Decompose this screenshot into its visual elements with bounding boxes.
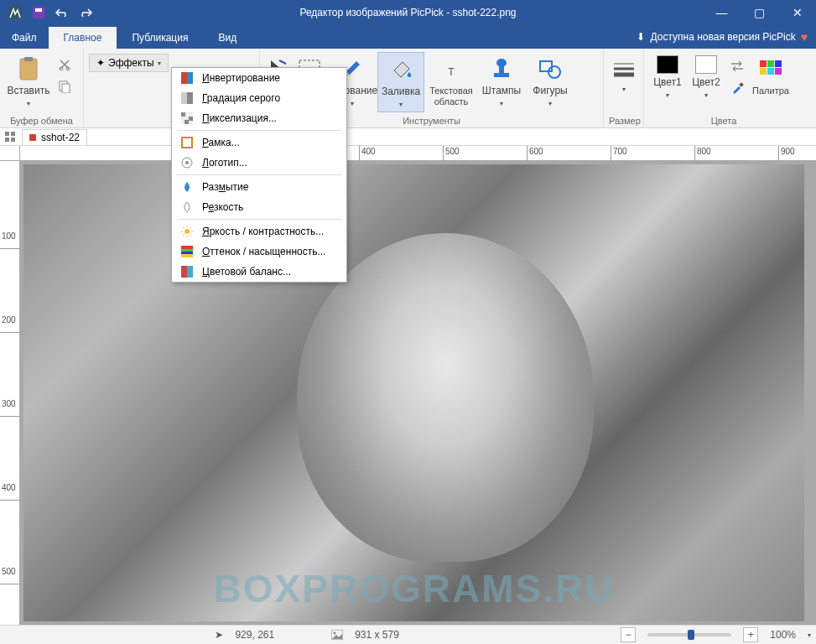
group-colors: Цвет1▾ Цвет2▾ Палитра Цвета	[644, 49, 803, 127]
color2-button[interactable]: Цвет2▾	[688, 52, 725, 102]
line-width-icon	[611, 55, 637, 82]
blur-icon	[180, 180, 194, 194]
shapes-tool[interactable]: Фигуры▾	[527, 52, 574, 111]
invert-label: Инвертирование	[202, 72, 280, 84]
minimize-button[interactable]: —	[703, 0, 741, 25]
update-link[interactable]: ⬇ Доступна новая версия PicPick ♥	[628, 25, 816, 49]
svg-rect-48	[775, 60, 782, 67]
svg-line-27	[183, 235, 185, 236]
cut-icon[interactable]	[55, 55, 74, 74]
paste-label: Вставить	[8, 85, 50, 96]
group-image: ✦ Эффекты ▾ Инвертирование Градация серо…	[84, 49, 260, 127]
svg-line-25	[183, 227, 185, 229]
svg-rect-47	[767, 60, 774, 67]
group-clipboard-label: Буфер обмена	[5, 114, 78, 126]
logo-label: Логотип...	[202, 157, 247, 169]
effects-label: Эффекты	[108, 57, 154, 69]
fill-tool[interactable]: Заливка▾	[377, 52, 424, 112]
stamps-tool[interactable]: Штампы▾	[478, 52, 525, 111]
svg-rect-54	[5, 138, 9, 142]
effect-brightness[interactable]: Яркость / контрастность...	[172, 221, 346, 242]
effects-button[interactable]: ✦ Эффекты ▾	[89, 54, 169, 72]
svg-rect-37	[494, 73, 509, 77]
copy-icon[interactable]	[55, 77, 74, 96]
svg-rect-29	[181, 246, 193, 249]
undo-icon[interactable]	[52, 3, 72, 23]
frame-icon	[180, 136, 194, 149]
effect-logo[interactable]: Логотип...	[172, 153, 346, 173]
svg-rect-15	[189, 117, 193, 121]
zoom-slider[interactable]	[647, 633, 731, 636]
document-tab[interactable]: sshot-22	[22, 129, 87, 145]
hue-label: Оттенок / насыщенность...	[202, 246, 325, 257]
svg-rect-10	[187, 72, 193, 84]
effect-balance[interactable]: Цветовой баланс...	[172, 262, 346, 282]
hue-icon	[180, 245, 194, 258]
dd-separator	[177, 130, 341, 131]
effect-blur[interactable]: Размытие	[172, 177, 346, 197]
sharp-icon	[180, 200, 194, 214]
tab-publish[interactable]: Публикация	[117, 27, 203, 49]
cursor-pos: 929, 261	[235, 629, 274, 641]
svg-point-57	[334, 632, 336, 635]
svg-rect-14	[181, 112, 185, 117]
update-label: Доступна новая версия PicPick	[650, 31, 795, 43]
close-button[interactable]: ✕	[778, 0, 816, 25]
ribbon-tabs: Файл Главное Публикация Вид ⬇ Доступна н…	[0, 25, 816, 49]
palette-button[interactable]: Палитра	[750, 52, 792, 100]
title-bar: Редактор изображений PicPick - sshot-222…	[0, 0, 816, 25]
effect-frame[interactable]: Рамка...	[172, 132, 346, 153]
svg-rect-40	[540, 61, 552, 71]
group-clipboard: Вставить▾ Буфер обмена	[0, 49, 84, 127]
canvas-image[interactable]: BOXPROGRAMS.RU	[23, 164, 804, 621]
svg-point-20	[185, 229, 190, 234]
tab-grid-icon[interactable]	[3, 130, 17, 143]
line-width-button[interactable]: ▾	[610, 52, 638, 96]
tab-file[interactable]: Файл	[0, 27, 49, 49]
effect-grayscale[interactable]: Градация серого	[172, 88, 346, 108]
svg-rect-8	[62, 84, 70, 93]
save-icon[interactable]	[29, 3, 49, 23]
pixelate-icon	[180, 112, 194, 125]
svg-rect-17	[182, 138, 192, 148]
group-size: ▾ Размер	[604, 49, 644, 127]
ruler-horizontal: 300400500600700800900	[20, 146, 816, 161]
effect-pixelate[interactable]: Пикселизация...	[172, 108, 346, 128]
svg-point-39	[496, 59, 507, 67]
maximize-button[interactable]: ▢	[741, 0, 778, 25]
clipboard-icon	[15, 55, 42, 82]
redo-icon[interactable]	[75, 3, 96, 23]
textarea-tool[interactable]: TТекстовая область	[426, 52, 476, 110]
tab-home[interactable]: Главное	[49, 27, 117, 49]
zoom-thumb[interactable]	[688, 630, 694, 640]
swap-colors-icon[interactable]	[728, 57, 746, 75]
modified-dot-icon	[29, 134, 36, 141]
effect-invert[interactable]: Инвертирование	[172, 68, 346, 88]
zoom-out-button[interactable]: −	[621, 627, 636, 642]
svg-rect-52	[5, 132, 9, 136]
watermark-text: BOXPROGRAMS.RU	[214, 566, 615, 611]
svg-rect-34	[187, 266, 193, 278]
app-icon[interactable]	[5, 3, 25, 23]
svg-rect-46	[760, 60, 767, 67]
paste-button[interactable]: Вставить▾	[5, 52, 52, 111]
color1-button[interactable]: Цвет1▾	[649, 52, 686, 102]
dd-separator	[177, 219, 341, 220]
effect-sharp[interactable]: Резкость	[172, 197, 346, 217]
svg-line-26	[190, 235, 192, 236]
effect-hue[interactable]: Оттенок / насыщенность...	[172, 242, 346, 262]
svg-rect-32	[181, 254, 193, 257]
svg-rect-12	[181, 92, 187, 104]
zoom-dropdown-icon[interactable]: ▾	[808, 631, 811, 639]
group-size-label: Размер	[609, 114, 638, 126]
text-icon: T	[438, 55, 465, 82]
zoom-in-button[interactable]: +	[743, 627, 758, 642]
svg-rect-33	[181, 266, 187, 278]
tab-view[interactable]: Вид	[203, 27, 252, 49]
eyedropper-icon[interactable]	[728, 79, 746, 97]
dd-separator	[177, 174, 341, 175]
palette-icon	[757, 55, 784, 82]
quick-access-toolbar	[0, 3, 96, 23]
svg-rect-3	[20, 59, 37, 80]
status-bar: ➤ 929, 261 931 x 579 − + 100% ▾	[0, 625, 816, 644]
